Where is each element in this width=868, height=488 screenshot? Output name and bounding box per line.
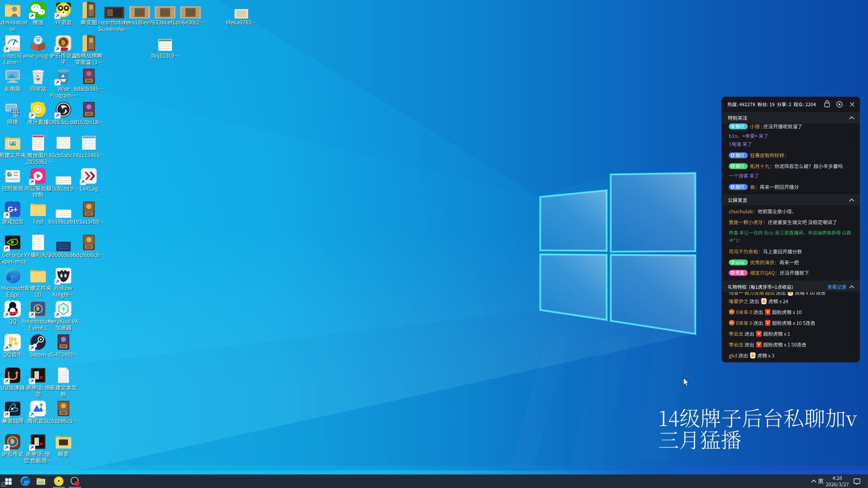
svg-text:W: W	[36, 38, 40, 42]
